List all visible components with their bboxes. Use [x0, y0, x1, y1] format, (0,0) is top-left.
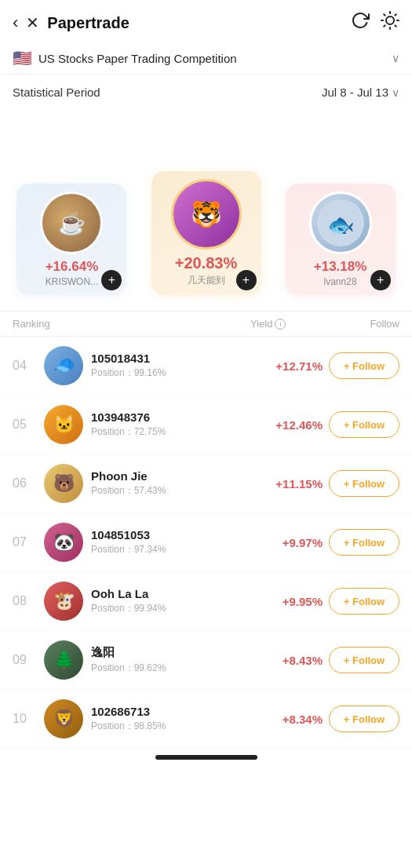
second-place-yield: +16.64%	[46, 259, 99, 275]
table-row: 07 🐼 104851053 Position：97.34% +9.97% + …	[0, 513, 412, 572]
header: ‹ ✕ Papertrade	[0, 0, 412, 42]
user-yield: +9.95%	[252, 595, 323, 608]
second-place-follow-button[interactable]: +	[101, 270, 122, 290]
user-avatar: 🦁	[44, 699, 83, 739]
rank-number: 08	[13, 594, 44, 608]
user-name: Ooh La La	[91, 587, 252, 600]
user-yield: +8.43%	[252, 654, 323, 667]
refresh-icon[interactable]	[351, 11, 370, 35]
first-place-follow-button[interactable]: +	[236, 270, 257, 290]
user-name: 105018431	[91, 352, 252, 365]
chevron-down-icon: ∨	[392, 52, 399, 64]
user-name: 103948376	[91, 410, 252, 424]
user-yield: +12.46%	[252, 418, 323, 432]
competition-label: US Stocks Paper Trading Competition	[38, 52, 392, 65]
table-row: 08 🐮 Ooh La La Position：99.94% +9.95% + …	[0, 572, 412, 631]
user-info: 102686713 Position：98.85%	[91, 705, 252, 733]
user-avatar: 🧢	[44, 346, 83, 385]
svg-line-7	[384, 25, 385, 26]
flag-icon: 🇺🇸	[13, 49, 32, 67]
follow-button[interactable]: + Follow	[329, 647, 399, 673]
user-position: Position：99.16%	[91, 367, 252, 380]
third-place-follow-button[interactable]: +	[370, 270, 391, 290]
user-position: Position：99.94%	[91, 602, 252, 615]
rank-number: 04	[13, 359, 44, 373]
table-row: 05 🐱 103948376 Position：72.75% +12.46% +…	[0, 396, 412, 454]
user-avatar: 🌲	[44, 640, 83, 680]
user-position: Position：97.34%	[91, 543, 252, 556]
rank-number: 07	[13, 535, 44, 549]
period-chevron-icon[interactable]: ∨	[392, 86, 399, 99]
user-avatar: 🐮	[44, 582, 83, 621]
user-position: Position：72.75%	[91, 425, 252, 439]
page-title: Papertrade	[47, 14, 351, 32]
home-indicator	[155, 755, 257, 760]
user-position: Position：57.43%	[91, 484, 252, 498]
second-place-card: ☕ +16.64% KRISWON... +	[16, 184, 126, 295]
user-yield: +11.15%	[252, 477, 323, 491]
third-place-name: lvann28	[324, 276, 357, 287]
rank-number: 09	[13, 653, 44, 667]
rank-number: 10	[13, 712, 44, 726]
period-row: Statistical Period Jul 8 - Jul 13 ∨	[0, 75, 412, 107]
competition-selector[interactable]: 🇺🇸 US Stocks Paper Trading Competition ∨	[0, 42, 412, 75]
svg-line-4	[395, 25, 396, 26]
third-place-avatar: 🐟	[309, 191, 372, 254]
first-place-card: 🐯 +20.83% 几天能到 +	[151, 171, 261, 295]
user-position: Position：98.85%	[91, 720, 252, 733]
table-row: 09 🌲 逸阳 Position：99.62% +8.43% + Follow	[0, 631, 412, 690]
user-info: 104851053 Position：97.34%	[91, 528, 252, 556]
follow-button[interactable]: + Follow	[329, 588, 399, 615]
settings-icon[interactable]	[381, 11, 399, 35]
table-row: 10 🦁 102686713 Position：98.85% +8.34% + …	[0, 690, 412, 749]
ranking-column-header: Ranking	[13, 318, 44, 330]
follow-column-header: Follow	[329, 318, 399, 330]
podium-first-place: 🐯 +20.83% 几天能到 +	[136, 171, 276, 295]
header-actions	[351, 11, 399, 35]
user-info: Ooh La La Position：99.94%	[91, 587, 252, 615]
user-position: Position：99.62%	[91, 662, 252, 675]
period-value: Jul 8 - Jul 13	[322, 86, 388, 99]
user-info: 逸阳 Position：99.62%	[91, 645, 252, 675]
user-info: 103948376 Position：72.75%	[91, 410, 252, 439]
rank-number: 05	[13, 418, 44, 432]
user-name: Phoon Jie	[91, 469, 252, 483]
first-place-avatar: 🐯	[171, 179, 242, 250]
yield-column-header: Yield i	[250, 318, 329, 330]
first-place-yield: +20.83%	[175, 254, 238, 272]
rankings-table-header: Ranking Yield i Follow	[0, 311, 412, 337]
follow-button[interactable]: + Follow	[329, 706, 399, 732]
yield-info-icon[interactable]: i	[275, 319, 286, 330]
user-avatar: 🐻	[44, 464, 83, 503]
first-place-name: 几天能到	[188, 274, 225, 287]
podium-second-place: ☕ +16.64% KRISWON... +	[8, 184, 136, 295]
back-button[interactable]: ‹	[13, 13, 18, 33]
podium-third-place: 🐟 +13.18% lvann28 +	[276, 184, 404, 295]
second-place-name: KRISWON...	[46, 276, 98, 287]
user-name: 102686713	[91, 705, 252, 718]
user-yield: +9.97%	[252, 536, 323, 549]
third-place-yield: +13.18%	[314, 259, 367, 275]
svg-point-0	[386, 16, 394, 24]
rankings-list: 04 🧢 105018431 Position：99.16% +12.71% +…	[0, 337, 412, 749]
svg-line-3	[384, 14, 385, 15]
follow-button[interactable]: + Follow	[329, 470, 399, 497]
user-info: Phoon Jie Position：57.43%	[91, 469, 252, 498]
user-avatar: 🐱	[44, 405, 83, 444]
user-name: 逸阳	[91, 645, 252, 660]
table-row: 06 🐻 Phoon Jie Position：57.43% +11.15% +…	[0, 454, 412, 513]
close-button[interactable]: ✕	[26, 13, 39, 32]
svg-line-8	[395, 14, 396, 15]
third-place-card: 🐟 +13.18% lvann28 +	[286, 184, 396, 295]
podium: ☕ +16.64% KRISWON... + 🐯 +20.83% 几天能到 +	[0, 107, 412, 311]
user-name: 104851053	[91, 528, 252, 542]
user-yield: +8.34%	[252, 713, 323, 726]
table-row: 04 🧢 105018431 Position：99.16% +12.71% +…	[0, 337, 412, 396]
follow-button[interactable]: + Follow	[329, 352, 399, 379]
follow-button[interactable]: + Follow	[329, 529, 399, 556]
user-info: 105018431 Position：99.16%	[91, 352, 252, 380]
user-yield: +12.71%	[252, 359, 323, 373]
rank-number: 06	[13, 476, 44, 491]
second-place-avatar: ☕	[40, 191, 103, 254]
follow-button[interactable]: + Follow	[329, 411, 399, 438]
